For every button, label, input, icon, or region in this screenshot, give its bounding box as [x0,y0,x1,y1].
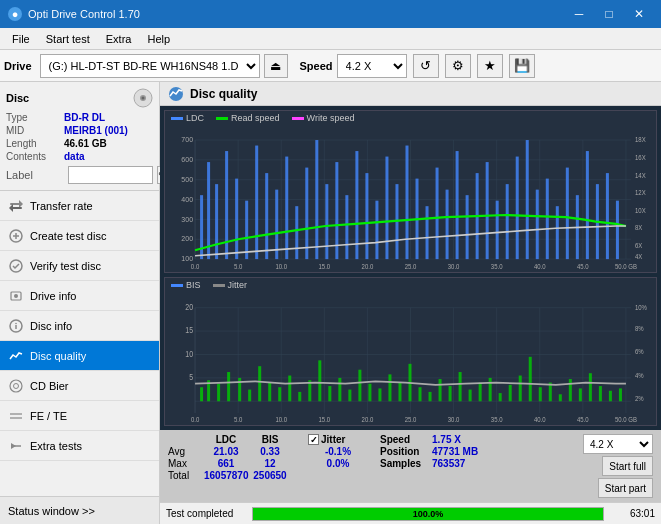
disc-info-icon [8,318,24,334]
svg-rect-67 [207,162,210,259]
svg-rect-101 [546,179,549,259]
verify-test-disc-label: Verify test disc [30,260,101,272]
save-button[interactable]: 💾 [509,54,535,78]
sidebar-item-disc-quality[interactable]: Disc quality [0,341,159,371]
svg-rect-160 [338,378,341,401]
svg-rect-105 [586,151,589,259]
create-test-disc-icon [8,228,24,244]
drive-toolbar: Drive (G:) HL-DT-ST BD-RE WH16NS48 1.D3 … [0,50,661,82]
svg-rect-76 [295,206,298,259]
progress-percent: 100.0% [253,508,603,520]
menu-start-test[interactable]: Start test [38,29,98,49]
cd-bier-label: CD Bier [30,380,69,392]
transfer-rate-label: Transfer rate [30,200,93,212]
label-input[interactable] [68,166,153,184]
svg-text:15.0: 15.0 [318,263,330,270]
start-full-button[interactable]: Start full [602,456,653,476]
status-window-button[interactable]: Status window >> [0,496,159,524]
verify-test-disc-icon [8,258,24,274]
avg-jitter: -0.1% [308,446,368,457]
chart1-legend: LDC Read speed Write speed [165,111,656,125]
sidebar-item-cd-bier[interactable]: CD Bier [0,371,159,401]
speed-label-stat: Speed [380,434,432,445]
max-bis: 12 [248,458,292,469]
svg-rect-146 [200,388,203,402]
svg-text:8%: 8% [635,325,644,333]
maximize-button[interactable]: □ [595,4,623,24]
speed-select[interactable]: 4.2 X [337,54,407,78]
svg-rect-78 [315,140,318,259]
speed-select-stat[interactable]: 4.2 X [583,434,653,454]
svg-rect-84 [375,201,378,259]
svg-rect-83 [365,173,368,259]
menu-file[interactable]: File [4,29,38,49]
app-title: Opti Drive Control 1.70 [28,8,140,20]
start-part-button[interactable]: Start part [598,478,653,498]
star-button[interactable]: ★ [477,54,503,78]
svg-rect-92 [456,151,459,259]
svg-rect-90 [436,168,439,260]
disc-type-row: Type BD-R DL [6,112,153,123]
svg-point-17 [14,383,19,388]
svg-text:400: 400 [181,194,193,203]
svg-text:20: 20 [185,303,193,313]
svg-text:10X: 10X [635,207,646,214]
svg-rect-165 [388,375,391,402]
menu-help[interactable]: Help [139,29,178,49]
svg-rect-186 [599,386,602,401]
svg-rect-85 [385,157,388,260]
svg-text:500: 500 [181,175,193,184]
stats-bar: LDC BIS ✓ Jitter Avg 21.03 0.33 -0.1% [160,430,661,502]
svg-rect-152 [258,367,261,402]
svg-text:40.0: 40.0 [534,263,546,270]
svg-rect-148 [217,384,220,402]
svg-point-2 [142,97,145,100]
disc-type-value: BD-R DL [64,112,105,123]
content-panel: Disc quality LDC Read speed Wr [160,82,661,524]
sidebar: Disc Type BD-R DL MID MEIRB1 (001) Lengt… [0,82,160,524]
menu-extra[interactable]: Extra [98,29,140,49]
svg-rect-156 [298,392,301,401]
svg-text:0.0: 0.0 [191,416,200,424]
svg-text:4X: 4X [635,253,643,260]
sidebar-item-verify-test-disc[interactable]: Verify test disc [0,251,159,281]
drive-select[interactable]: (G:) HL-DT-ST BD-RE WH16NS48 1.D3 [40,54,260,78]
menu-bar: File Start test Extra Help [0,28,661,50]
svg-rect-182 [559,395,562,402]
svg-rect-170 [439,379,442,401]
settings-button[interactable]: ⚙ [445,54,471,78]
legend-jitter: Jitter [213,280,248,290]
svg-rect-99 [526,140,529,259]
chart2-svg: 20 15 10 5 10% 8% 6% 4% 2% 0.0 5.0 10.0 … [165,296,656,425]
svg-text:4%: 4% [635,372,644,380]
svg-text:5: 5 [189,373,193,383]
sidebar-item-disc-info[interactable]: Disc info [0,311,159,341]
svg-rect-184 [579,389,582,402]
sidebar-item-create-test-disc[interactable]: Create test disc [0,221,159,251]
svg-rect-153 [268,383,271,402]
sidebar-item-fe-te[interactable]: FE / TE [0,401,159,431]
total-label: Total [168,470,204,481]
jitter-checkbox[interactable]: ✓ [308,434,319,445]
max-jitter: 0.0% [308,458,368,469]
svg-text:50.0 GB: 50.0 GB [615,263,637,270]
speed-position-block: Speed 1.75 X Position 47731 MB Samples 7… [380,434,500,469]
sidebar-item-drive-info[interactable]: Drive info [0,281,159,311]
svg-rect-166 [398,383,401,402]
refresh-button[interactable]: ↺ [413,54,439,78]
sidebar-item-extra-tests[interactable]: Extra tests [0,431,159,461]
svg-marker-4 [19,200,23,208]
disc-length-value: 46.61 GB [64,138,107,149]
disc-info-label: Disc info [30,320,72,332]
svg-rect-155 [288,376,291,402]
eject-button[interactable]: ⏏ [264,54,288,78]
svg-rect-174 [479,383,482,402]
create-test-disc-label: Create test disc [30,230,106,242]
svg-rect-162 [358,370,361,402]
sidebar-item-transfer-rate[interactable]: Transfer rate [0,191,159,221]
minimize-button[interactable]: ─ [565,4,593,24]
svg-rect-73 [265,173,268,259]
svg-point-16 [10,380,22,392]
close-button[interactable]: ✕ [625,4,653,24]
bis-header: BIS [248,434,292,445]
